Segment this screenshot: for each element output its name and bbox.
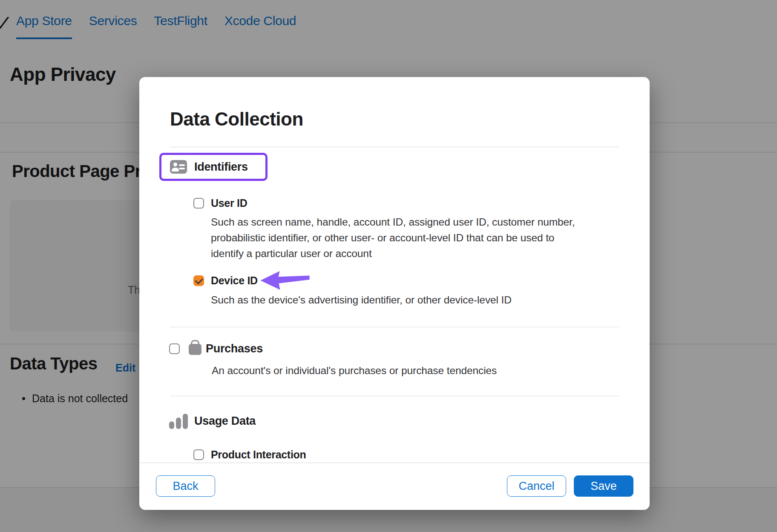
user-id-description: Such as screen name, handle, account ID,… xyxy=(211,214,633,261)
id-card-line xyxy=(179,168,185,169)
id-card-line xyxy=(179,164,185,166)
identifiers-highlight-box: Identifiers xyxy=(159,153,268,181)
purchases-description: An account's or individual's purchases o… xyxy=(212,363,633,378)
product-interaction-checkbox[interactable] xyxy=(193,449,204,460)
user-id-checkbox[interactable] xyxy=(193,198,204,209)
arrow-left-icon xyxy=(260,270,310,291)
category-usage-data-label: Usage Data xyxy=(194,415,256,428)
id-card-shoulders xyxy=(172,168,179,172)
device-id-label[interactable]: Device ID xyxy=(211,275,258,287)
divider xyxy=(170,147,619,147)
modal-body: Data Collection Identifiers User ID Such… xyxy=(139,77,650,463)
save-button[interactable]: Save xyxy=(574,475,633,497)
category-identifiers-label: Identifiers xyxy=(194,160,248,174)
cancel-button[interactable]: Cancel xyxy=(507,475,566,497)
bar-chart-icon xyxy=(169,414,189,429)
back-button[interactable]: Back xyxy=(156,475,215,497)
shopping-bag-icon xyxy=(189,344,201,355)
device-id-checkbox[interactable] xyxy=(193,275,204,286)
modal-title: Data Collection xyxy=(170,109,303,130)
id-card-icon xyxy=(170,160,187,174)
product-interaction-label[interactable]: Product Interaction xyxy=(211,449,306,461)
data-collection-modal: Data Collection Identifiers User ID Such… xyxy=(139,77,650,510)
id-card-head xyxy=(173,163,177,166)
device-id-description: Such as the device's advertising identif… xyxy=(211,292,633,308)
category-purchases-label[interactable]: Purchases xyxy=(206,342,263,355)
purchases-checkbox[interactable] xyxy=(169,343,180,354)
modal-footer: Back Cancel Save xyxy=(139,463,650,510)
divider xyxy=(170,396,619,396)
divider xyxy=(170,327,619,327)
user-id-label[interactable]: User ID xyxy=(211,197,247,209)
